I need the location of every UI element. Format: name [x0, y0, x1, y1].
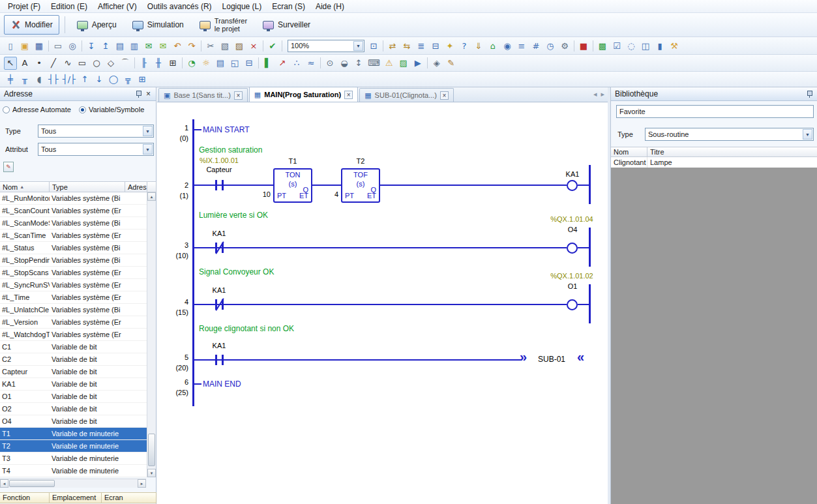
tab-scroll-right-icon[interactable]: ▸: [599, 90, 606, 98]
keypad-part-icon[interactable]: ⌨: [366, 57, 381, 70]
lamp-part-icon[interactable]: ☼: [200, 57, 213, 70]
radio-variable-symbole[interactable]: [79, 106, 86, 113]
column-header-fonction[interactable]: Fonction: [0, 492, 50, 503]
table-row[interactable]: #L_ScanTime Variables système (Er: [0, 230, 147, 242]
favorite-combo[interactable]: Favorite: [616, 105, 814, 118]
scroll-left-icon[interactable]: ◄: [0, 479, 8, 488]
menu-item[interactable]: Ecran (S): [267, 1, 310, 12]
table-row[interactable]: #L_Time Variables système (Er: [0, 291, 147, 304]
arc-tool-icon[interactable]: ⌒: [119, 57, 132, 70]
rung-comment[interactable]: Lumière verte si OK: [199, 211, 268, 220]
print-icon[interactable]: ▭: [52, 39, 65, 52]
address-map-icon[interactable]: ⇆: [400, 39, 413, 52]
picture-part-icon[interactable]: ▨: [397, 57, 410, 70]
undo-icon[interactable]: ↶: [171, 39, 184, 52]
alarm-part-icon[interactable]: ⚠: [383, 57, 396, 70]
ladder-rung-icon[interactable]: ╫: [152, 57, 165, 70]
delete-icon[interactable]: ×: [247, 39, 260, 52]
import-project-icon[interactable]: ↧: [85, 39, 98, 52]
rect-tool-icon[interactable]: ▭: [76, 57, 89, 70]
zoom-combo[interactable]: 100% ▼: [288, 40, 364, 52]
dot-tool-icon[interactable]: •: [33, 57, 46, 70]
table-row[interactable]: #L_ScanModeS Variables système (Bi: [0, 217, 147, 230]
pie-display-icon[interactable]: ◔: [185, 57, 198, 70]
function-block-icon[interactable]: ⊞: [136, 73, 149, 86]
table-row[interactable]: #L_SyncRunSV Variables système (Er: [0, 279, 147, 291]
polyline-tool-icon[interactable]: ∿: [61, 57, 74, 70]
tab-scroll-left-icon[interactable]: ◂: [592, 90, 599, 98]
column-header-titre[interactable]: Titre: [647, 147, 817, 157]
tab-close-icon[interactable]: ×: [440, 91, 449, 100]
backup-icon[interactable]: ⌂: [486, 39, 499, 52]
tab-close-icon[interactable]: ×: [344, 91, 353, 99]
insert-rung-icon[interactable]: ╪: [4, 73, 17, 86]
clock-icon[interactable]: ◷: [544, 39, 557, 52]
scrollbar-thumb[interactable]: [9, 480, 55, 487]
column-header-nom[interactable]: Nom: [611, 147, 647, 157]
table-row[interactable]: T1 Variable de minuterie: [0, 428, 147, 440]
table-row[interactable]: #L_ScanCount Variables système (Er: [0, 205, 147, 217]
subroutine-call[interactable]: » SUB-01 «: [516, 349, 597, 367]
main-end-label[interactable]: MAIN END: [203, 379, 241, 389]
scroll-up-icon[interactable]: ▲: [147, 192, 156, 201]
table-row[interactable]: #L_Version Variables système (Er: [0, 316, 147, 329]
ellipse-tool-icon[interactable]: ○: [90, 57, 103, 70]
column-header-nom[interactable]: Nom ▲: [0, 181, 50, 192]
transfer-project-button[interactable]: Transférer le projet: [193, 15, 254, 35]
insert-network-icon[interactable]: ╥: [18, 73, 31, 86]
timer-preset-value[interactable]: 10: [254, 190, 271, 198]
table-row[interactable]: T2 Variable de minuterie: [0, 440, 147, 452]
copy-icon[interactable]: ▧: [218, 39, 231, 52]
table-row[interactable]: #L_Status Variables système (Bi: [0, 242, 147, 254]
table-row[interactable]: T4 Variable de minuterie: [0, 465, 147, 477]
polygon-tool-icon[interactable]: ◇: [104, 57, 117, 70]
info-icon[interactable]: ?: [458, 39, 471, 52]
ladder-workspace[interactable]: 1 (0) MAIN START 2 (1) Gestion saturatio…: [157, 102, 608, 504]
tab-close-icon[interactable]: ×: [234, 91, 243, 100]
simulation-button[interactable]: Simulation: [126, 15, 190, 35]
timer-block-tof-t2[interactable]: TOF (s) Q PT ET: [341, 168, 380, 203]
rung-comment[interactable]: Signal Convoyeur OK: [199, 267, 274, 276]
contact-capteur[interactable]: [212, 177, 228, 193]
menu-item[interactable]: Afficher (V): [93, 1, 142, 12]
library-type-combo[interactable]: Sous-routine ▼: [645, 128, 814, 141]
screen-list-icon[interactable]: ▥: [128, 39, 141, 52]
table-row[interactable]: T3 Variable de minuterie: [0, 452, 147, 465]
column-header-type[interactable]: Type: [50, 181, 125, 192]
select-tool-icon[interactable]: ↖: [4, 57, 17, 70]
table-row[interactable]: #L_RunMonitor Variables système (Bi: [0, 192, 147, 205]
cut-icon[interactable]: ✂: [204, 39, 217, 52]
radio-adresse-automate[interactable]: [3, 106, 10, 113]
open-folder-icon[interactable]: ▣: [18, 39, 31, 52]
new-file-icon[interactable]: ▯: [4, 39, 17, 52]
text-table-icon[interactable]: ≡: [515, 39, 528, 52]
dropdown-arrow-icon[interactable]: ▼: [143, 126, 153, 136]
data-display-icon[interactable]: ⊟: [243, 57, 256, 70]
gear-icon[interactable]: ⚙: [558, 39, 571, 52]
editor-tab[interactable]: ▦ SUB-01(Clignota...) ×: [359, 88, 454, 102]
table-row[interactable]: O2 Variable de bit: [0, 403, 147, 415]
wrench-icon[interactable]: ⚒: [668, 39, 681, 52]
trend-graph-icon[interactable]: ≈: [305, 57, 318, 70]
table-row[interactable]: Capteur Variable de bit: [0, 366, 147, 378]
screen-preview-icon[interactable]: ⊡: [367, 39, 380, 52]
rung-comment[interactable]: Rouge clignotant si non OK: [199, 324, 294, 333]
binoculars-icon[interactable]: ◌: [625, 39, 638, 52]
menu-item[interactable]: Outils avancés (R): [142, 1, 217, 12]
table-row[interactable]: KA1 Variable de bit: [0, 378, 147, 391]
coil-icon[interactable]: ◯: [107, 73, 120, 86]
horizontal-scrollbar[interactable]: ◄ ►: [0, 479, 146, 488]
table-row[interactable]: #L_WatchdogT Variables système (Er: [0, 329, 147, 341]
search-document-icon[interactable]: ◎: [66, 39, 79, 52]
dropdown-arrow-icon[interactable]: ▼: [803, 129, 812, 140]
window-tile-icon[interactable]: ◫: [639, 39, 652, 52]
table-row[interactable]: O1 Variable de bit: [0, 391, 147, 403]
contact-nc-icon[interactable]: ┤/├: [61, 73, 77, 86]
dropdown-arrow-icon[interactable]: ▼: [143, 144, 153, 155]
stop-monitor-icon[interactable]: ■: [577, 39, 590, 52]
menu-item[interactable]: Edition (E): [46, 1, 93, 12]
editor-tab[interactable]: ▣ Base 1(Sans tit...) ×: [158, 88, 248, 102]
pin-icon[interactable]: [806, 90, 813, 98]
paste-icon[interactable]: ▨: [233, 39, 246, 52]
insert-comment-icon[interactable]: ◖: [33, 73, 46, 86]
